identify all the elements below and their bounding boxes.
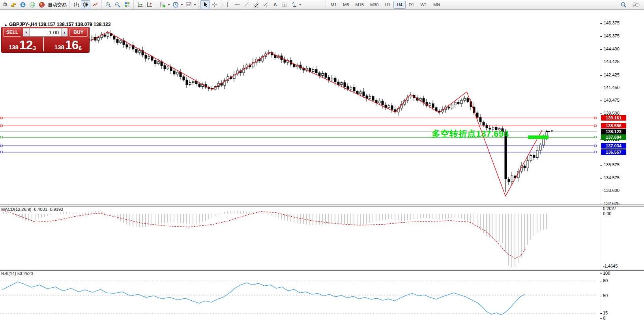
svg-text:F: F	[266, 6, 268, 8]
templates-icon[interactable]	[184, 0, 193, 9]
macd-label: MACD(12,26,9) -0.4031 -0.9193	[1, 207, 63, 212]
chat-icon[interactable]	[631, 0, 641, 9]
zoom-in-icon[interactable]	[103, 0, 113, 9]
price-tick	[600, 62, 602, 62]
sell-price[interactable]: 138 12 3	[2, 37, 44, 51]
rsi-tick	[600, 313, 602, 314]
sell-price-prefix: 138	[9, 44, 19, 50]
timeframe-d1[interactable]: D1	[406, 1, 417, 9]
timeframe-m15[interactable]: M15	[352, 1, 367, 9]
svg-text:A: A	[273, 2, 277, 7]
timeframe-m5[interactable]: M5	[340, 1, 352, 9]
text-icon[interactable]: A	[270, 0, 280, 9]
toolbar: 单 自动交易	[0, 0, 644, 10]
timeframe-h4[interactable]: H4	[393, 1, 405, 9]
search-icon[interactable]	[619, 0, 628, 9]
one-click-trade-panel: SELL ▼ 1.00 ▲ BUY 138 12 3 138 16 6	[1, 27, 90, 53]
periods-clock-icon[interactable]	[171, 0, 180, 9]
volume-value[interactable]: 1.00	[30, 30, 61, 35]
price-tick-label: 144.400	[604, 47, 620, 51]
trendline-icon[interactable]	[242, 0, 251, 9]
community-icon[interactable]	[18, 0, 28, 9]
chart-shift-icon[interactable]	[145, 0, 154, 9]
macd-axis-label: -1.4645	[603, 264, 618, 268]
timeframe-bar: M1M5M15M30H1H4D1W1MN	[326, 0, 445, 9]
vertical-line-icon[interactable]	[223, 0, 232, 9]
price-tick	[600, 23, 602, 24]
rsi-pane	[0, 271, 600, 320]
line-price-label: 136.557	[601, 149, 626, 155]
rsi-tick	[600, 296, 602, 296]
arrows-icon[interactable]	[289, 0, 299, 9]
svg-text:E: E	[257, 6, 258, 8]
indicators-icon[interactable]	[158, 0, 167, 9]
arrows-caret[interactable]	[299, 4, 301, 6]
volume-up-button[interactable]: ▲	[61, 28, 67, 36]
channel-icon[interactable]: E	[251, 0, 261, 9]
volume-down-button[interactable]: ▼	[23, 28, 30, 36]
price-tick-label: 143.425	[604, 59, 620, 64]
zoom-out-icon[interactable]	[113, 0, 122, 9]
macd-axis-label: 0.2027	[603, 206, 616, 211]
bar-chart-icon[interactable]	[71, 0, 81, 9]
price-chart	[0, 20, 600, 205]
macd-axis-label: 0.00	[603, 211, 611, 216]
price-tick	[600, 88, 602, 88]
horizontal-line-icon[interactable]	[232, 0, 242, 9]
buy-button[interactable]: BUY	[69, 28, 88, 37]
price-axis[interactable]: 146.375145.375144.400143.425142.425141.4…	[600, 20, 644, 320]
tile-windows-icon[interactable]	[122, 0, 132, 9]
volume-stepper: ▼ 1.00 ▲	[23, 28, 68, 37]
timeframe-mn[interactable]: MN	[430, 1, 443, 9]
price-tick-label: 142.425	[604, 73, 620, 77]
price-tick	[600, 36, 602, 37]
timeframe-m1[interactable]: M1	[328, 1, 340, 9]
price-tick	[600, 165, 602, 166]
buy-price-sup: 6	[79, 46, 82, 50]
fibonacci-icon[interactable]: F	[261, 0, 270, 9]
candlestick-icon[interactable]	[81, 0, 90, 9]
cursor-icon[interactable]	[200, 0, 210, 9]
rsi-axis-label: 100	[603, 271, 610, 275]
rsi-axis-label: 50	[603, 293, 608, 298]
rsi-axis-label: 0	[603, 316, 605, 320]
line-chart-icon[interactable]	[90, 0, 100, 9]
price-tick-label: 146.375	[604, 20, 620, 25]
buy-price[interactable]: 138 16 6	[47, 37, 89, 51]
chart-title: ▲GBPJPY-,H4 138.157 138.157 138.079 138.…	[4, 22, 110, 27]
toolbar-right	[619, 0, 644, 9]
rsi-tick	[600, 281, 602, 281]
rsi-axis-label: 80	[603, 278, 608, 283]
price-tick-label: 139.500	[604, 111, 620, 115]
crosshair-icon[interactable]	[210, 0, 219, 9]
price-tick	[600, 191, 602, 191]
line-price-label: 137.034	[601, 143, 626, 149]
new-order-icon[interactable]	[9, 0, 18, 9]
autotrade-label[interactable]: 自动交易	[47, 2, 68, 8]
auto-scroll-icon[interactable]	[135, 0, 145, 9]
line-price-label: 139.161	[601, 115, 626, 121]
price-tick-label: 135.575	[604, 162, 620, 167]
sell-price-sup: 3	[33, 46, 36, 50]
timeframe-m30[interactable]: M30	[367, 1, 382, 9]
rsi-splitter[interactable]	[0, 269, 644, 271]
timeframe-h1[interactable]: H1	[382, 1, 393, 9]
templates-caret[interactable]	[194, 4, 196, 6]
sell-price-big: 12	[19, 40, 33, 50]
rsi-tick	[600, 273, 602, 274]
timeframe-w1[interactable]: W1	[417, 1, 431, 9]
price-tick	[600, 178, 602, 179]
pivot-annotation: 多空转折点137.694	[432, 128, 509, 140]
macd-splitter[interactable]	[0, 205, 644, 207]
text-label-icon[interactable]: T	[280, 0, 289, 9]
toolbar-group-scroll	[133, 0, 156, 9]
line-price-label: 137.694	[601, 134, 626, 140]
orders-label[interactable]: 单	[2, 2, 9, 8]
sell-button[interactable]: SELL	[3, 28, 21, 37]
autotrade-icon[interactable]	[37, 0, 47, 9]
periods-caret[interactable]	[181, 4, 183, 6]
signals-icon[interactable]	[28, 0, 37, 9]
panel-collapse-icon[interactable]: ▲	[4, 23, 7, 27]
buy-price-prefix: 138	[54, 44, 64, 50]
indicators-caret[interactable]	[168, 4, 170, 6]
